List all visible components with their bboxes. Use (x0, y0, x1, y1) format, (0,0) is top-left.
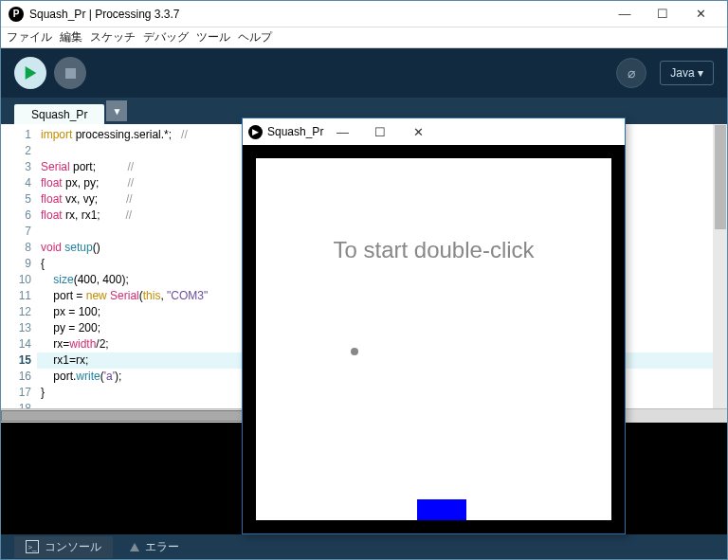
debug-button[interactable]: ⌀ (616, 58, 646, 88)
menubar: ファイル編集スケッチデバッグツールヘルプ (1, 27, 727, 48)
code-line: port.write('a'); (41, 369, 713, 385)
code-line: rx=width/2; (41, 336, 713, 352)
scrollbar-thumb[interactable] (715, 125, 726, 229)
code-editor[interactable]: import processing.serial.*; // Serial po… (37, 124, 713, 408)
statusbar: >_コンソール エラー (1, 534, 727, 559)
line-number: 18 (1, 401, 31, 408)
line-number: 3 (1, 159, 31, 175)
mode-label: Java ▾ (670, 66, 703, 80)
code-line: port = new Serial(this, "COM3" (41, 288, 713, 304)
maximize-button[interactable]: ☐ (644, 3, 682, 26)
line-number: 4 (1, 175, 31, 191)
code-line (41, 143, 713, 159)
toolbar: ⌀ Java ▾ (1, 48, 727, 98)
code-line (41, 401, 713, 408)
code-line: size(400, 400); (41, 272, 713, 288)
line-number: 17 (1, 385, 31, 401)
line-number: 14 (1, 336, 31, 352)
code-line: float vx, vy; // (41, 191, 713, 208)
line-number: 11 (1, 288, 31, 304)
code-line: float px, py; // (41, 175, 713, 191)
paddle (417, 499, 466, 520)
menu-編集[interactable]: 編集 (60, 29, 82, 45)
tab-menu-button[interactable]: ▼ (106, 100, 127, 121)
code-line: void setup() (41, 240, 713, 256)
minimize-button[interactable]: — (606, 3, 644, 26)
line-number: 1 (1, 127, 31, 143)
run-button[interactable] (14, 57, 46, 89)
line-number: 7 (1, 224, 31, 240)
menu-デバッグ[interactable]: デバッグ (143, 29, 189, 45)
code-line: { (41, 256, 713, 272)
line-number: 12 (1, 304, 31, 320)
close-button[interactable]: ✕ (682, 3, 719, 26)
line-number: 15 (1, 352, 31, 369)
stop-button[interactable] (54, 57, 86, 89)
errors-label: エラー (145, 539, 179, 555)
line-number: 16 (1, 369, 31, 385)
code-line: import processing.serial.*; // (41, 127, 713, 143)
line-number: 13 (1, 320, 31, 336)
window-title: Squash_Pr | Processing 3.3.7 (29, 8, 180, 21)
line-number: 8 (1, 240, 31, 256)
line-number: 10 (1, 272, 31, 288)
line-number: 6 (1, 208, 31, 224)
warning-icon (130, 543, 139, 551)
vertical-scrollbar[interactable] (713, 124, 727, 408)
menu-ヘルプ[interactable]: ヘルプ (238, 29, 272, 45)
editor-area: 1234567891011121314151617181920212223 im… (1, 124, 727, 408)
line-number: 5 (1, 191, 31, 208)
errors-tab[interactable]: エラー (118, 536, 191, 558)
line-number: 2 (1, 143, 31, 159)
console-icon: >_ (26, 540, 39, 553)
console-tab[interactable]: >_コンソール (14, 536, 113, 558)
code-line: rx1=rx; (41, 352, 713, 369)
console-label: コンソール (45, 539, 101, 555)
titlebar: P Squash_Pr | Processing 3.3.7 — ☐ ✕ (1, 1, 727, 27)
menu-ツール[interactable]: ツール (196, 29, 230, 45)
menu-スケッチ[interactable]: スケッチ (90, 29, 136, 45)
line-gutter: 1234567891011121314151617181920212223 (1, 124, 37, 408)
menu-ファイル[interactable]: ファイル (7, 29, 52, 45)
app-icon: P (9, 7, 24, 22)
mode-selector[interactable]: Java ▾ (660, 61, 714, 85)
code-line: py = 200; (41, 320, 713, 336)
code-line (41, 224, 713, 240)
code-line: float rx, rx1; // (41, 208, 713, 224)
line-number: 9 (1, 256, 31, 272)
code-line: px = 100; (41, 304, 713, 320)
code-line: } (41, 385, 713, 401)
code-line: Serial port; // (41, 159, 713, 175)
tab-active[interactable]: Squash_Pr (14, 104, 104, 124)
